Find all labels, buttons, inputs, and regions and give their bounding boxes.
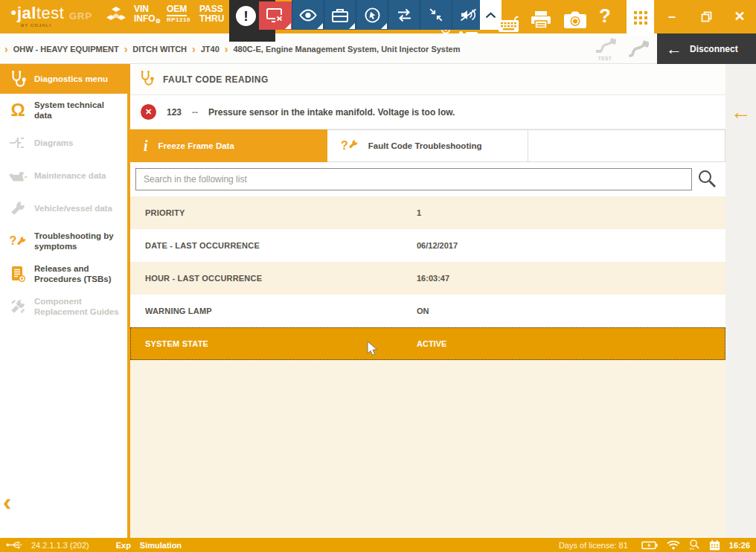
sidebar-item-troubleshooting-by-symptoms[interactable]: ? Troubleshooting by symptoms [0,225,127,257]
keyboard-icon[interactable] [497,15,521,37]
tab-fault-code-troubleshooting[interactable]: ? Fault Code Troubleshooting [327,129,528,162]
usb-icon [6,541,22,549]
breadcrumb-bar: › OHW - HEAVY EQUIPMENT › DITCH WITCH › … [0,33,756,64]
version-label: 24.2.1.1.3 (202) [31,541,89,550]
test-cable-icon: TEST [594,38,616,61]
table-row-date-last-occurrence[interactable]: DATE - LAST OCCURRENCE 06/12/2017 [130,229,725,262]
table-row-hour-last-occurrence[interactable]: HOUR - LAST OCCURRENCE 16:03:47 [130,262,725,295]
table-row-warning-lamp[interactable]: WARNING LAMP ON [130,295,725,327]
license-days-label: Days of license: 81 [559,541,628,550]
chevron-up-icon [484,11,497,19]
window-minimize-button[interactable]: – [661,6,683,27]
alert-exclamation-button[interactable]: ! [236,6,256,26]
disconnect-button[interactable]: ← Disconnect [657,33,756,64]
mute-button[interactable] [452,0,484,30]
screenshot-button[interactable] [563,10,588,32]
simulation-label: Simulation [140,541,182,550]
pointer-circle-icon [364,7,381,24]
sidebar-collapse-button[interactable]: ‹ [3,489,11,514]
breadcrumb-item-equipment[interactable]: OHW - HEAVY EQUIPMENT [13,45,119,54]
crossed-wrenches-icon [6,299,30,314]
calendar-icon[interactable] [709,540,720,551]
pass-thru-button[interactable]: PASSTHRU [199,4,224,24]
wrench-icon [6,201,30,216]
toolbox-button[interactable] [324,0,356,30]
battery-icon[interactable] [641,541,658,550]
breadcrumb-item-make[interactable]: DITCH WITCH [132,45,187,54]
question-wrench-icon: ? [341,139,358,153]
sidebar-item-label: Maintenance data [34,170,106,181]
row-label: SYSTEM STATE [130,339,417,348]
apps-grid-button[interactable] [627,0,654,36]
breadcrumb-item-model[interactable]: JT40 [201,45,220,54]
sidebar-item-label: System technical data [34,100,123,121]
sidebar-item-maintenance-data[interactable]: Maintenance data [0,159,127,192]
search-button[interactable] [696,168,718,190]
breadcrumb-item-system[interactable]: 480C-E, Engine Management System, Unit I… [233,45,460,54]
close-session-button[interactable] [259,1,292,30]
page-title: FAULT CODE READING [163,74,269,85]
chevron-right-icon: › [225,43,228,55]
sidebar-item-label: Diagnostics menu [34,74,108,84]
vin-info-button[interactable]: VININFO⚙ [134,4,161,25]
row-value: 16:03:47 [417,274,449,283]
back-arrow-button[interactable]: ← [728,100,753,124]
collapse-view-button[interactable] [420,0,452,30]
clock-time: 16:26 [729,541,750,550]
fault-description: Pressure sensor in the intake manifold. … [208,107,455,118]
swap-arrows-button[interactable] [388,0,420,30]
sidebar-item-vehicle-vessel-data[interactable]: Vehicle/vessel data [0,192,127,225]
row-label: PRIORITY [130,208,417,217]
visibility-button[interactable] [292,0,324,30]
table-row-priority[interactable]: PRIORITY 1 [130,196,725,229]
help-button[interactable]: ? [599,4,611,28]
arrow-left-icon: ← [666,41,682,57]
eye-icon [298,9,318,22]
stethoscope-icon [6,70,30,88]
error-circle-icon: ✕ [141,104,156,120]
tab-empty [528,129,725,162]
logo-dot-icon: ● [10,6,17,18]
window-close-button[interactable]: ✕ [728,6,751,27]
table-empty-area [130,360,725,538]
search-input[interactable] [135,168,692,190]
zoom-tool-icon[interactable] [689,539,700,551]
main-content: FAULT CODE READING ✕ 123 -- Pressure sen… [130,64,725,538]
search-icon [697,169,717,188]
sidebar-item-diagnostics-menu[interactable]: Diagnostics menu [0,64,127,94]
collapse-arrows-icon [428,7,444,23]
row-value: ON [417,307,429,315]
sidebar-item-label: Troubleshooting by symptoms [34,231,123,252]
sidebar-item-system-technical-data[interactable]: Ω System technical data [0,94,127,126]
oem-rp1210-button[interactable]: OEM RP1210 [167,4,190,24]
print-button[interactable] [529,10,553,32]
briefcase-icon [331,7,349,23]
sidebar-item-label: Vehicle/vessel data [34,203,112,214]
modules-cubes-icon[interactable] [104,4,128,31]
printer-icon [529,10,553,30]
sidebar-item-component-replacement-guides[interactable]: Component Replacement Guides [0,290,127,323]
mode-label: Exp [116,541,131,550]
sidebar-item-releases-procedures[interactable]: Releases and Procedures (TSBs) [0,257,127,290]
window-restore-button[interactable] [695,6,717,27]
fault-code: 123 [167,107,182,118]
pointer-help-button[interactable] [356,0,388,30]
row-value: ACTIVE [417,339,446,348]
fault-separator: -- [192,107,198,118]
row-value: 1 [417,208,421,217]
logo-byline: BY COJALI [21,23,64,28]
info-icon: i [144,138,148,155]
search-row [130,162,725,196]
freeze-frame-table: PRIORITY 1 DATE - LAST OCCURRENCE 06/12/… [130,196,725,360]
row-label: DATE - LAST OCCURRENCE [130,241,417,250]
camera-icon [563,10,588,30]
table-row-system-state[interactable]: SYSTEM STATE ACTIVE [130,327,725,360]
tab-bar: i Freeze Frame Data ? Fault Code Trouble… [130,129,725,162]
tab-freeze-frame-data[interactable]: i Freeze Frame Data [130,129,327,162]
jaltest-logo: ●jaltest BY COJALI [10,5,64,28]
grid-icon [632,10,649,26]
fault-code-row[interactable]: ✕ 123 -- Pressure sensor in the intake m… [130,95,725,129]
sidebar-item-diagrams[interactable]: Diagrams [0,126,127,159]
wifi-icon[interactable] [667,540,680,550]
chevron-right-icon: › [192,43,196,55]
